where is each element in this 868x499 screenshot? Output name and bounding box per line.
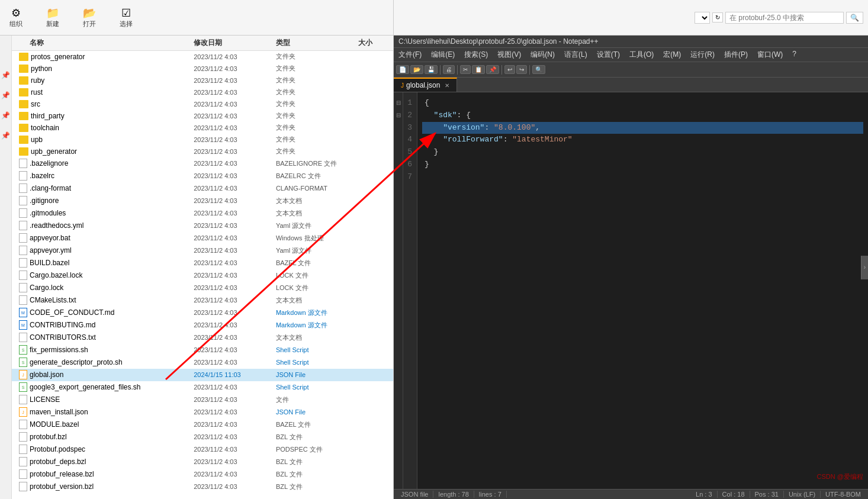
toolbar-btn-paste[interactable]: 📌 bbox=[486, 65, 499, 74]
menu-item-N[interactable]: 编码(N) bbox=[526, 48, 560, 62]
list-item[interactable]: Cargo.bazel.lock 2023/11/2 4:03 LOCK 文件 bbox=[12, 269, 393, 282]
file-list: protos_generator 2023/11/2 4:03 文件夹 pyth… bbox=[12, 51, 393, 499]
list-item[interactable]: CMakeLists.txt 2023/11/2 4:03 文本文档 bbox=[12, 294, 393, 307]
toolbar-btn-cut[interactable]: ✂ bbox=[460, 65, 471, 74]
list-item[interactable]: Protobuf.podspec 2023/11/2 4:03 PODSPEC … bbox=[12, 443, 393, 456]
line-number: 7 bbox=[406, 171, 414, 183]
search-button[interactable]: 🔍 bbox=[846, 12, 863, 24]
fold-gutter-line bbox=[395, 171, 401, 183]
list-item[interactable]: upb_generator 2023/11/2 4:03 文件夹 bbox=[12, 146, 393, 157]
refresh-button[interactable]: ↻ bbox=[712, 12, 723, 22]
menu-item-R[interactable]: 运行(R) bbox=[686, 48, 719, 62]
list-item[interactable]: protobuf_release.bzl 2023/11/2 4:03 BZL … bbox=[12, 468, 393, 481]
list-item[interactable]: third_party 2023/11/2 4:03 文件夹 bbox=[12, 110, 393, 122]
list-item[interactable]: protobuf_version.bzl 2023/11/2 4:03 BZL … bbox=[12, 481, 393, 493]
toolbar-btn-new[interactable]: 📄 bbox=[396, 65, 409, 74]
col-header-size[interactable]: 大小 bbox=[358, 38, 393, 48]
fold-gutter-line[interactable]: ⊟ bbox=[395, 97, 401, 110]
list-item[interactable]: Jglobal.json 2024/1/15 11:03 JSON File bbox=[12, 369, 393, 381]
list-item[interactable]: Sgenerate_descriptor_proto.sh 2023/11/2 … bbox=[12, 356, 393, 369]
open-button[interactable]: 📂 打开 bbox=[83, 7, 96, 28]
notepad-titlebar: C:\Users\lihehui\Desktop\protobuf-25.0\g… bbox=[394, 36, 868, 48]
list-item[interactable]: .gitmodules 2023/11/2 4:03 文本文档 bbox=[12, 207, 393, 220]
line-number: 1 bbox=[406, 97, 414, 110]
fold-gutter-line[interactable]: ⊟ bbox=[395, 110, 401, 122]
list-item[interactable]: Jmaven_install.json 2023/11/2 4:03 JSON … bbox=[12, 406, 393, 418]
list-item[interactable]: MCODE_OF_CONDUCT.md 2023/11/2 4:03 Markd… bbox=[12, 307, 393, 319]
list-item[interactable]: .clang-format 2023/11/2 4:03 CLANG-FORMA… bbox=[12, 182, 393, 195]
watermark: CSDN @爱编程 bbox=[817, 472, 863, 481]
toolbar-btn-search[interactable]: 🔍 bbox=[532, 65, 545, 74]
list-item[interactable]: protobuf_deps.bzl 2023/11/2 4:03 BZL 文件 bbox=[12, 456, 393, 468]
menu-item-M[interactable]: 宏(M) bbox=[658, 48, 686, 62]
status-encoding: UTF-8-BOM bbox=[821, 491, 866, 498]
tab-global-json[interactable]: J global.json ✕ bbox=[394, 78, 457, 92]
pin-icon-4: 📌 bbox=[1, 131, 10, 140]
toolbar-btn-save[interactable]: 💾 bbox=[425, 65, 438, 74]
list-item[interactable]: appveyor.yml 2023/11/2 4:03 Yaml 源文件 bbox=[12, 244, 393, 257]
code-line: { bbox=[422, 97, 863, 110]
right-collapse-handle[interactable]: › bbox=[861, 256, 868, 279]
menu-item-S[interactable]: 搜索(S) bbox=[459, 48, 493, 62]
line-number: 4 bbox=[406, 134, 414, 146]
code-line: "version": "8.0.100", bbox=[422, 122, 863, 134]
notepad-menubar: 文件(F)编辑(E)搜索(S)视图(V)编码(N)语言(L)设置(T)工具(O)… bbox=[394, 48, 868, 62]
line-number: 5 bbox=[406, 146, 414, 159]
menu-item-L[interactable]: 语言(L) bbox=[560, 48, 592, 62]
list-item[interactable]: Sfix_permissions.sh 2023/11/2 4:03 Shell… bbox=[12, 344, 393, 356]
list-item[interactable]: protos_generator 2023/11/2 4:03 文件夹 bbox=[12, 51, 393, 63]
list-item[interactable]: toolchain 2023/11/2 4:03 文件夹 bbox=[12, 122, 393, 134]
list-item[interactable]: upb 2023/11/2 4:03 文件夹 bbox=[12, 134, 393, 146]
select-button[interactable]: ☑ 选择 bbox=[120, 7, 133, 28]
col-header-name[interactable]: 名称 bbox=[12, 38, 194, 48]
list-item[interactable]: src 2023/11/2 4:03 文件夹 bbox=[12, 98, 393, 110]
list-item[interactable]: ruby 2023/11/2 4:03 文件夹 bbox=[12, 75, 393, 86]
toolbar-btn-print[interactable]: 🖨 bbox=[443, 65, 455, 74]
fold-gutter: ⊟⊟ bbox=[394, 92, 403, 489]
line-numbers: 1234567 bbox=[403, 92, 417, 489]
status-lineending: Unix (LF) bbox=[784, 491, 821, 498]
menu-item-F[interactable]: 文件(F) bbox=[394, 48, 426, 62]
list-item[interactable]: python 2023/11/2 4:03 文件夹 bbox=[12, 63, 393, 75]
list-item[interactable]: .bazelrc 2023/11/2 4:03 BAZELRC 文件 bbox=[12, 170, 393, 182]
notepad-toolbar: 📄 📂 💾 🖨 ✂ 📋 📌 ↩ ↪ 🔍 bbox=[394, 62, 868, 78]
editor-area: ⊟⊟ 1234567 { "sdk": { "version": "8.0.10… bbox=[394, 92, 868, 489]
list-item[interactable]: BUILD.bazel 2023/11/2 4:03 BAZEL 文件 bbox=[12, 257, 393, 269]
list-item[interactable]: appveyor.bat 2023/11/2 4:03 Windows 批处理 bbox=[12, 232, 393, 244]
col-header-date[interactable]: 修改日期 bbox=[194, 38, 276, 48]
notepad-tabs: J global.json ✕ bbox=[394, 78, 868, 92]
list-item[interactable]: CONTRIBUTORS.txt 2023/11/2 4:03 文本文档 bbox=[12, 331, 393, 344]
menu-item-T[interactable]: 设置(T) bbox=[592, 48, 625, 62]
menu-item-[interactable]: ? bbox=[787, 48, 801, 62]
col-header-type[interactable]: 类型 bbox=[276, 38, 358, 48]
list-item[interactable]: protobuf.bzl 2023/11/2 4:03 BZL 文件 bbox=[12, 431, 393, 443]
list-item[interactable]: Sgoogle3_export_generated_files.sh 2023/… bbox=[12, 381, 393, 394]
organize-button[interactable]: ⚙ 组织 bbox=[9, 7, 22, 28]
list-item[interactable]: Cargo.lock 2023/11/2 4:03 LOCK 文件 bbox=[12, 282, 393, 294]
menu-item-O[interactable]: 工具(O) bbox=[625, 48, 658, 62]
new-button[interactable]: 📁 新建 bbox=[46, 7, 59, 28]
list-item[interactable]: rust 2023/11/2 4:03 文件夹 bbox=[12, 86, 393, 98]
list-item[interactable]: .bazelignore 2023/11/2 4:03 BAZELIGNORE … bbox=[12, 157, 393, 170]
menu-item-E[interactable]: 编辑(E) bbox=[426, 48, 459, 62]
menu-item-V[interactable]: 视图(V) bbox=[493, 48, 526, 62]
line-number: 2 bbox=[406, 110, 414, 122]
toolbar-btn-undo[interactable]: ↩ bbox=[504, 65, 515, 74]
code-editor[interactable]: { "sdk": { "version": "8.0.100", "rollFo… bbox=[417, 92, 868, 489]
fold-gutter-line bbox=[395, 122, 401, 134]
list-item[interactable]: .readthedocs.yml 2023/11/2 4:03 Yaml 源文件 bbox=[12, 220, 393, 232]
menu-item-P[interactable]: 插件(P) bbox=[719, 48, 753, 62]
toolbar-btn-open[interactable]: 📂 bbox=[410, 65, 423, 74]
menu-item-W[interactable]: 窗口(W) bbox=[753, 48, 787, 62]
search-scope-select[interactable] bbox=[695, 12, 710, 24]
list-item[interactable]: .gitignore 2023/11/2 4:03 文本文档 bbox=[12, 195, 393, 207]
tab-close-icon[interactable]: ✕ bbox=[445, 82, 449, 89]
notepad-panel: C:\Users\lihehui\Desktop\protobuf-25.0\g… bbox=[394, 36, 868, 499]
toolbar-btn-redo[interactable]: ↪ bbox=[516, 65, 527, 74]
toolbar-btn-copy[interactable]: 📋 bbox=[472, 65, 485, 74]
list-item[interactable]: MCONTRIBUTING.md 2023/11/2 4:03 Markdown… bbox=[12, 319, 393, 331]
list-item[interactable]: MODULE.bazel 2023/11/2 4:03 BAZEL 文件 bbox=[12, 418, 393, 431]
status-lines: lines : 7 bbox=[474, 491, 507, 498]
list-item[interactable]: LICENSE 2023/11/2 4:03 文件 bbox=[12, 394, 393, 406]
search-input[interactable] bbox=[725, 12, 844, 24]
